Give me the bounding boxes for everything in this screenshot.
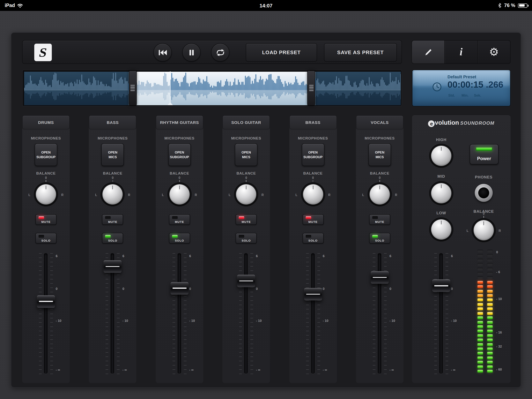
fader-tick bbox=[106, 357, 108, 357]
channel-strip: DRUMS MICROPHONES OPEN SUBGROUP BALANCE … bbox=[22, 115, 70, 383]
meter-led-green bbox=[487, 316, 493, 319]
fader-handle[interactable] bbox=[371, 271, 389, 284]
selection-handle-right[interactable] bbox=[307, 71, 315, 106]
power-button[interactable]: Power bbox=[470, 144, 499, 164]
fader-track[interactable] bbox=[44, 253, 48, 374]
open-subgroup-button[interactable]: OPEN SUBGROUP bbox=[168, 143, 191, 166]
mute-button[interactable]: MUTE bbox=[35, 214, 57, 225]
mid-knob[interactable] bbox=[429, 181, 453, 205]
mute-button[interactable]: MUTE bbox=[369, 214, 390, 225]
waveform-canvas[interactable] bbox=[24, 72, 401, 105]
fader-tick bbox=[384, 344, 387, 344]
fader-tick bbox=[106, 352, 108, 353]
fader-handle[interactable] bbox=[104, 260, 122, 273]
fader-scale-label: - 10 bbox=[122, 319, 128, 323]
balance-knob[interactable] bbox=[368, 182, 392, 206]
power-led bbox=[476, 147, 492, 151]
solo-button[interactable]: SOLO bbox=[236, 233, 257, 244]
channel-fader: 60- 10- ∞ bbox=[356, 253, 404, 374]
open-button-line1: OPEN bbox=[308, 150, 318, 154]
fader-tick bbox=[306, 262, 309, 262]
fader-tick bbox=[172, 365, 175, 366]
fader-tick bbox=[384, 365, 387, 366]
fader-scale-label: 0 bbox=[323, 287, 324, 291]
low-knob[interactable] bbox=[429, 217, 453, 242]
meter-led-off bbox=[487, 263, 493, 266]
balance-knob[interactable] bbox=[234, 182, 258, 206]
pause-button[interactable] bbox=[182, 43, 201, 62]
balance-knob[interactable] bbox=[34, 182, 58, 206]
open-subgroup-button[interactable]: OPEN MICS bbox=[368, 143, 391, 166]
master-section: evolutionSOUNDROOM HIGH Power MID PHONES… bbox=[412, 115, 511, 383]
solo-button[interactable]: SOLO bbox=[369, 233, 390, 244]
fader-tick bbox=[50, 279, 53, 279]
knob-top-tick bbox=[112, 180, 113, 182]
fader-tick bbox=[384, 369, 387, 370]
fader-tick bbox=[117, 344, 120, 344]
fader-tick bbox=[306, 331, 309, 331]
fader-tick bbox=[184, 339, 187, 340]
fader-tick bbox=[184, 301, 187, 301]
fader-tick bbox=[106, 275, 108, 275]
fader-track[interactable] bbox=[439, 253, 443, 374]
solo-button[interactable]: SOLO bbox=[169, 233, 190, 244]
fader-tick bbox=[434, 348, 437, 348]
fader-tick bbox=[172, 318, 175, 318]
high-knob[interactable] bbox=[429, 144, 453, 168]
meter-led-off bbox=[487, 272, 493, 275]
meter-scale-label: - 16 bbox=[496, 330, 502, 334]
selection-handle-left[interactable] bbox=[129, 71, 137, 106]
solo-button[interactable]: SOLO bbox=[35, 233, 57, 244]
mute-button[interactable]: MUTE bbox=[102, 214, 123, 225]
meter-led-green bbox=[487, 325, 493, 328]
solo-button[interactable]: SOLO bbox=[302, 233, 323, 244]
open-subgroup-button[interactable]: OPEN MICS bbox=[235, 143, 257, 166]
mute-button[interactable]: MUTE bbox=[302, 214, 323, 225]
fader-tick bbox=[50, 344, 53, 344]
save-preset-button[interactable]: SAVE AS PRESET bbox=[324, 43, 397, 62]
fader-track[interactable] bbox=[177, 253, 181, 374]
fader-tick bbox=[117, 339, 120, 340]
open-subgroup-button[interactable]: OPEN SUBGROUP bbox=[302, 143, 324, 166]
fader-handle[interactable] bbox=[171, 282, 189, 294]
mute-button[interactable]: MUTE bbox=[169, 214, 190, 225]
fader-track[interactable] bbox=[244, 253, 248, 374]
fader-handle[interactable] bbox=[304, 288, 322, 300]
meter-column-left bbox=[477, 250, 483, 373]
settings-button[interactable]: ⚙ bbox=[478, 40, 510, 64]
fader-track[interactable] bbox=[311, 253, 315, 374]
fader-scale-label: - ∞ bbox=[389, 368, 394, 372]
balance-knob[interactable] bbox=[101, 182, 125, 206]
open-subgroup-button[interactable]: OPEN SUBGROUP bbox=[35, 143, 57, 166]
meter-led-red bbox=[487, 285, 493, 288]
knob-cap bbox=[36, 184, 56, 205]
mute-button[interactable]: MUTE bbox=[236, 214, 257, 225]
fader-tick bbox=[239, 296, 242, 297]
meter-led-yellow bbox=[487, 303, 493, 306]
knob-zero-label: 0 bbox=[460, 212, 507, 215]
fader-tick bbox=[117, 309, 120, 309]
fader-handle[interactable] bbox=[237, 275, 255, 287]
fader-tick bbox=[39, 369, 42, 370]
solo-label: SOLO bbox=[169, 239, 190, 242]
master-balance-knob[interactable] bbox=[472, 218, 496, 242]
knob-cap bbox=[370, 184, 390, 205]
fader-tick bbox=[39, 361, 42, 361]
open-subgroup-button[interactable]: OPEN MICS bbox=[101, 143, 124, 166]
fader-handle[interactable] bbox=[432, 280, 450, 292]
skip-to-start-button[interactable] bbox=[153, 43, 172, 62]
fader-tick bbox=[184, 331, 187, 331]
low-label: LOW bbox=[418, 211, 465, 215]
high-label: HIGH bbox=[418, 138, 465, 142]
balance-knob[interactable] bbox=[167, 182, 192, 206]
info-button[interactable]: i bbox=[445, 40, 478, 64]
playhead-marker[interactable] bbox=[170, 71, 171, 105]
load-preset-button[interactable]: LOAD PRESET bbox=[246, 43, 317, 62]
balance-label: BALANCE bbox=[222, 171, 270, 175]
fader-handle[interactable] bbox=[37, 295, 55, 308]
edit-mode-button[interactable] bbox=[412, 40, 445, 64]
solo-button[interactable]: SOLO bbox=[102, 233, 123, 244]
fader-tick bbox=[317, 365, 320, 366]
loop-button[interactable] bbox=[211, 43, 229, 62]
balance-knob[interactable] bbox=[301, 182, 325, 206]
